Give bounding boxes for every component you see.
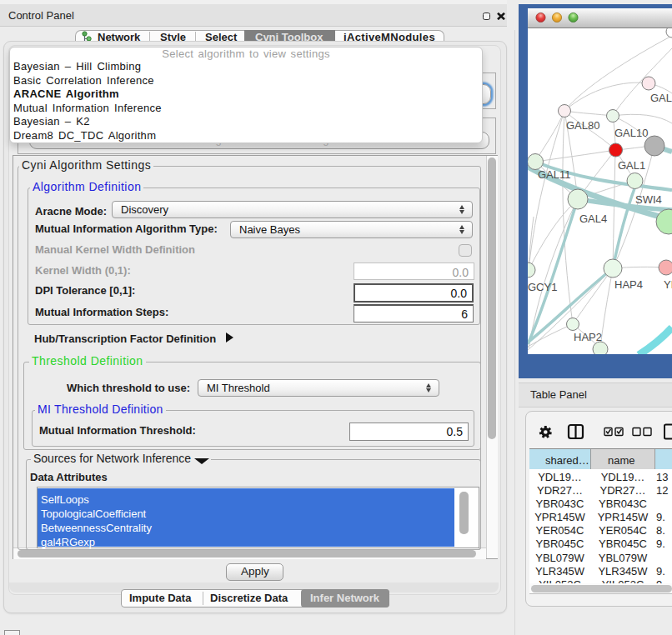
svg-text:GAL10: GAL10	[614, 127, 648, 139]
svg-text:HAP2: HAP2	[574, 331, 602, 343]
svg-text:YD: YD	[664, 278, 672, 291]
svg-text:SWI4: SWI4	[635, 193, 662, 206]
svg-text:GAL80: GAL80	[566, 119, 599, 132]
svg-text:GAL7: GAL7	[650, 92, 672, 104]
svg-text:GAL11: GAL11	[538, 168, 571, 181]
svg-text:GAL1: GAL1	[618, 159, 645, 172]
svg-text:HAP4: HAP4	[614, 278, 643, 291]
svg-text:GAL4: GAL4	[579, 212, 607, 225]
svg-text:GCY1: GCY1	[528, 281, 557, 293]
